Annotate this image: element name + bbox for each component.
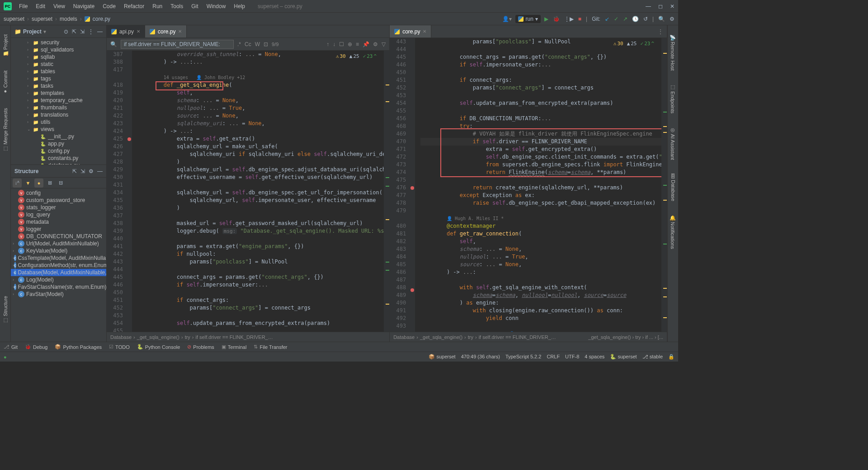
code-line[interactable]: 14 usages 👤 John Bodley +12 (137, 74, 384, 81)
code-line[interactable] (137, 66, 384, 74)
code-line[interactable]: self.update_params_from_encrypted_extra(… (137, 320, 384, 327)
menu-edit[interactable]: Edit (32, 1, 49, 11)
tree-item[interactable]: ›📁thumbnails (11, 104, 106, 111)
code-line[interactable] (137, 212, 384, 220)
bottom-tool-python-console[interactable]: 🐍 Python Console (137, 344, 180, 350)
code-line[interactable]: def _get_sqla_engine( (137, 81, 384, 89)
code-line[interactable]: schema: ... = None, (137, 97, 384, 104)
expand-all-icon[interactable]: ⇱ (72, 168, 77, 174)
breakpoint-icon[interactable] (410, 186, 414, 190)
code-line[interactable]: self, (137, 89, 384, 97)
code-line[interactable]: try: (420, 122, 661, 130)
search-icon[interactable]: 🔍 (658, 16, 665, 22)
code-line[interactable]: params = extra.get("engine_params", {}) (137, 243, 384, 250)
code-line[interactable]: yield conn (420, 315, 661, 322)
code-line[interactable]: def get_raw_connection( (420, 230, 661, 238)
pin-icon[interactable]: 📌 (363, 41, 369, 47)
filter-3-icon[interactable]: ⊞ (45, 179, 54, 188)
code-line[interactable]: self.update_params_from_encrypted_extra(… (420, 99, 661, 107)
code-line[interactable]: sqlalchemy_url, self.impersonate_user, e… (137, 197, 384, 204)
code-line[interactable] (420, 322, 661, 330)
regex-icon[interactable]: .* (237, 41, 241, 47)
code-line[interactable] (420, 276, 661, 284)
code-line[interactable]: params["connect_args"] = connect_args (420, 84, 661, 92)
code-line[interactable]: logger.debug( msg: "Database._get_sqla_e… (137, 227, 384, 235)
code-line[interactable]: from superset.db_engine_specs.flink impo… (420, 161, 661, 169)
tab-options-icon[interactable]: ⋮ (654, 28, 667, 35)
select-opened-icon[interactable]: ⊙ (64, 28, 68, 35)
stop-icon[interactable]: ■ (578, 16, 581, 22)
rail-merge-requests[interactable]: ⬚ Merge Requests (2, 108, 8, 152)
tree-item[interactable]: ›📁sqllab (11, 53, 106, 61)
collapse-icon[interactable]: ⇲ (80, 28, 85, 35)
structure-item[interactable]: ›cCssTemplate(Model, AuditMixinNullable) (11, 254, 106, 262)
tree-item[interactable]: 🐍config.py (11, 147, 106, 155)
rail-project[interactable]: 📁 Project (2, 34, 8, 57)
inspection-badges-left[interactable]: ⚠ 30 ▲ 25 ✓ 23 ^ (336, 52, 377, 60)
maximize-icon[interactable]: ◻ (658, 3, 663, 9)
breadcrumb-item[interactable]: core.py (93, 16, 110, 22)
code-content-left[interactable]: ⚠ 30 ▲ 25 ✓ 23 ^ override_ssh_tunnel: ..… (132, 51, 384, 332)
rail-commit[interactable]: ● Commit (3, 70, 8, 94)
code-content-right[interactable]: ⚠ 30 ▲ 25 ✓ 23 ^ params["poolclass"] = N… (415, 38, 661, 332)
code-line[interactable]: 👤 Hugh A. Miles II * (420, 215, 661, 222)
structure-item[interactable]: vmetadata (11, 218, 106, 226)
filter-2-icon[interactable]: ● (34, 179, 43, 188)
tree-item[interactable]: 🐍__init__.py (11, 133, 106, 140)
status-typescript[interactable]: TypeScript 5.2.2 (505, 354, 542, 360)
breakpoint-icon[interactable] (410, 288, 414, 292)
code-line[interactable]: connect_args = params.get("connect_args"… (420, 53, 661, 61)
minimize-icon[interactable]: — (646, 3, 651, 9)
bottom-tool-python-packages[interactable]: 📦 Python Packages (55, 344, 102, 350)
code-line[interactable]: ) -> ...: (420, 268, 661, 276)
in-selection-icon[interactable]: ⊡ (264, 41, 268, 47)
git-commit-icon[interactable]: ✓ (614, 16, 618, 22)
structure-tree[interactable]: vconfigvcustom_password_storevstats_logg… (11, 188, 106, 342)
code-line[interactable]: effective_username = self.get_effective_… (137, 174, 384, 181)
code-line[interactable]: schema: ... = None, (420, 245, 661, 253)
gear-icon[interactable]: ⚙ (89, 168, 94, 174)
rail-structure[interactable]: ⬚ Structure (2, 296, 8, 324)
filter-icon[interactable]: ≡ (356, 41, 359, 47)
breadcrumb-item[interactable]: Database (110, 334, 132, 340)
next-match-icon[interactable]: ↓ (333, 41, 335, 47)
code-line[interactable] (137, 266, 384, 273)
breadcrumb-item[interactable]: _get_sqla_engine() (137, 334, 179, 340)
bottom-tool-todo[interactable]: ☑ TODO (109, 344, 130, 350)
code-line[interactable]: source: ... = None, (420, 261, 661, 268)
close-tab-icon[interactable]: ✕ (137, 29, 140, 34)
code-line[interactable]: if self.driver == FLINK_DRIVER_NAME (420, 138, 661, 146)
structure-item[interactable]: ›cDatabase(Model, AuditMixinNullable, Im… (11, 269, 106, 276)
breakpoint-gutter[interactable] (410, 38, 415, 332)
structure-item[interactable]: ›cUrl(Model, AuditMixinNullable) (11, 240, 106, 247)
code-line[interactable]: if connect_args: (420, 76, 661, 84)
breadcrumb-item[interactable]: Database (393, 334, 415, 340)
code-line[interactable]: if DB_CONNECTION_MUTATOR:... (420, 115, 661, 122)
code-line[interactable] (420, 92, 661, 99)
add-selection-icon[interactable]: ⊕ (348, 41, 352, 47)
rail-ai-assistant[interactable]: ◎ AI Assistant (670, 127, 676, 160)
tree-item[interactable]: ›📁utils (11, 118, 106, 126)
expand-icon[interactable]: ⇱ (72, 28, 76, 35)
status-interpreter[interactable]: 🐍 superset (610, 354, 637, 360)
funnel-icon[interactable]: ▽ (382, 41, 386, 47)
status-position[interactable]: 470:49 (36 chars) (461, 354, 500, 360)
code-line[interactable] (137, 181, 384, 189)
menu-git[interactable]: Git (188, 1, 202, 11)
rail-remote-host[interactable]: 📡 Remote Host (670, 34, 676, 70)
code-line[interactable]: except Exception as ex: (420, 192, 661, 199)
run-icon[interactable]: ▶ (544, 16, 548, 22)
code-line[interactable] (137, 327, 384, 332)
code-line[interactable]: ) -> ...: (137, 127, 384, 135)
debug-icon[interactable]: 🐞 (553, 16, 560, 22)
status-lock-icon[interactable]: 🔒 (668, 354, 675, 360)
close-tab-icon[interactable]: ✕ (423, 29, 426, 34)
filter-4-icon[interactable]: ⊟ (56, 179, 65, 188)
code-line[interactable] (137, 235, 384, 243)
code-line[interactable]: params["connect_args"] = connect_args (137, 304, 384, 312)
search-input[interactable] (121, 40, 234, 49)
code-line[interactable]: sqlalchemy_uri: ... = None, (137, 120, 384, 127)
code-line[interactable]: # VOYAH 如果是 flink_driver 就使用 FlinkEngine… (420, 130, 661, 138)
menu-refactor[interactable]: Refactor (120, 1, 148, 11)
code-line[interactable]: sqlalchemy_url = self.db_engine_spec.adj… (137, 166, 384, 174)
